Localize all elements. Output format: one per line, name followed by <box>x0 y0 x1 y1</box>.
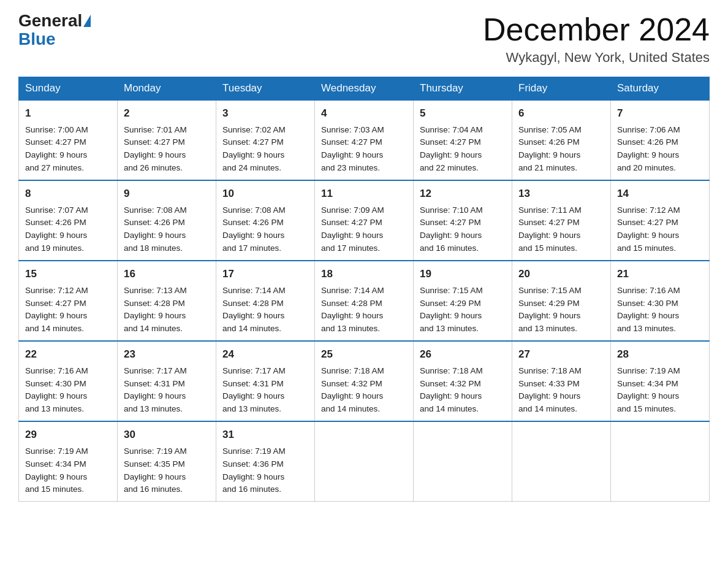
week-row-3: 15 Sunrise: 7:12 AMSunset: 4:27 PMDaylig… <box>19 261 710 341</box>
day-info: Sunrise: 7:16 AMSunset: 4:30 PMDaylight:… <box>617 286 680 334</box>
day-info: Sunrise: 7:17 AMSunset: 4:31 PMDaylight:… <box>124 366 187 414</box>
day-number: 17 <box>222 266 308 282</box>
calendar-cell: 5 Sunrise: 7:04 AMSunset: 4:27 PMDayligh… <box>414 100 512 180</box>
calendar-cell: 30 Sunrise: 7:19 AMSunset: 4:35 PMDaylig… <box>118 421 216 502</box>
week-row-1: 1 Sunrise: 7:00 AMSunset: 4:27 PMDayligh… <box>19 100 710 180</box>
day-info: Sunrise: 7:19 AMSunset: 4:34 PMDaylight:… <box>25 446 88 494</box>
calendar-cell: 24 Sunrise: 7:17 AMSunset: 4:31 PMDaylig… <box>216 341 315 421</box>
day-number: 28 <box>617 347 703 362</box>
col-header-sunday: Sunday <box>19 77 118 101</box>
day-number: 4 <box>321 105 407 121</box>
day-number: 18 <box>321 266 407 282</box>
day-number: 20 <box>518 266 604 282</box>
day-info: Sunrise: 7:07 AMSunset: 4:26 PMDaylight:… <box>25 205 88 253</box>
day-info: Sunrise: 7:14 AMSunset: 4:28 PMDaylight:… <box>321 286 384 334</box>
calendar-cell: 20 Sunrise: 7:15 AMSunset: 4:29 PMDaylig… <box>512 261 611 341</box>
day-info: Sunrise: 7:18 AMSunset: 4:33 PMDaylight:… <box>518 366 582 414</box>
calendar-cell: 8 Sunrise: 7:07 AMSunset: 4:26 PMDayligh… <box>19 180 118 261</box>
calendar-cell <box>611 421 710 502</box>
col-header-saturday: Saturday <box>611 77 710 101</box>
day-number: 14 <box>617 186 703 202</box>
day-number: 21 <box>617 266 703 282</box>
day-info: Sunrise: 7:04 AMSunset: 4:27 PMDaylight:… <box>420 125 483 173</box>
calendar-cell: 25 Sunrise: 7:18 AMSunset: 4:32 PMDaylig… <box>315 341 414 421</box>
location: Wykagyl, New York, United States <box>483 50 710 66</box>
day-number: 29 <box>25 427 111 443</box>
day-number: 13 <box>518 186 604 202</box>
day-info: Sunrise: 7:03 AMSunset: 4:27 PMDaylight:… <box>321 125 384 173</box>
day-info: Sunrise: 7:17 AMSunset: 4:31 PMDaylight:… <box>222 366 286 414</box>
calendar-cell: 9 Sunrise: 7:08 AMSunset: 4:26 PMDayligh… <box>118 180 216 261</box>
day-info: Sunrise: 7:10 AMSunset: 4:27 PMDaylight:… <box>420 205 483 253</box>
logo-triangle-icon <box>83 15 91 27</box>
day-number: 24 <box>222 347 308 362</box>
day-info: Sunrise: 7:08 AMSunset: 4:26 PMDaylight:… <box>222 205 286 253</box>
day-number: 6 <box>518 105 604 121</box>
day-info: Sunrise: 7:09 AMSunset: 4:27 PMDaylight:… <box>321 205 384 253</box>
page-header: General Blue December 2024 Wykagyl, New … <box>18 12 710 66</box>
calendar-cell: 6 Sunrise: 7:05 AMSunset: 4:26 PMDayligh… <box>512 100 611 180</box>
day-info: Sunrise: 7:11 AMSunset: 4:27 PMDaylight:… <box>518 205 582 253</box>
calendar-cell: 15 Sunrise: 7:12 AMSunset: 4:27 PMDaylig… <box>19 261 118 341</box>
title-block: December 2024 Wykagyl, New York, United … <box>483 12 710 66</box>
calendar-cell: 21 Sunrise: 7:16 AMSunset: 4:30 PMDaylig… <box>611 261 710 341</box>
col-header-thursday: Thursday <box>414 77 512 101</box>
logo-general-text: General <box>18 12 82 29</box>
calendar-cell: 10 Sunrise: 7:08 AMSunset: 4:26 PMDaylig… <box>216 180 315 261</box>
calendar-cell: 19 Sunrise: 7:15 AMSunset: 4:29 PMDaylig… <box>414 261 512 341</box>
calendar-cell: 2 Sunrise: 7:01 AMSunset: 4:27 PMDayligh… <box>118 100 216 180</box>
day-info: Sunrise: 7:18 AMSunset: 4:32 PMDaylight:… <box>321 366 384 414</box>
calendar-cell: 16 Sunrise: 7:13 AMSunset: 4:28 PMDaylig… <box>118 261 216 341</box>
calendar-cell: 4 Sunrise: 7:03 AMSunset: 4:27 PMDayligh… <box>315 100 414 180</box>
day-info: Sunrise: 7:08 AMSunset: 4:26 PMDaylight:… <box>124 205 187 253</box>
day-number: 19 <box>420 266 506 282</box>
day-number: 1 <box>25 105 111 121</box>
day-number: 8 <box>25 186 111 202</box>
day-number: 30 <box>124 427 210 443</box>
week-row-4: 22 Sunrise: 7:16 AMSunset: 4:30 PMDaylig… <box>19 341 710 421</box>
logo-blue-text: Blue <box>18 29 56 48</box>
day-number: 10 <box>222 186 308 202</box>
month-title: December 2024 <box>483 12 710 47</box>
logo: General Blue <box>18 12 92 49</box>
calendar-cell: 11 Sunrise: 7:09 AMSunset: 4:27 PMDaylig… <box>315 180 414 261</box>
day-info: Sunrise: 7:15 AMSunset: 4:29 PMDaylight:… <box>518 286 582 334</box>
calendar-cell: 7 Sunrise: 7:06 AMSunset: 4:26 PMDayligh… <box>611 100 710 180</box>
calendar-cell: 22 Sunrise: 7:16 AMSunset: 4:30 PMDaylig… <box>19 341 118 421</box>
calendar-table: SundayMondayTuesdayWednesdayThursdayFrid… <box>18 77 710 502</box>
col-header-monday: Monday <box>118 77 216 101</box>
day-number: 16 <box>124 266 210 282</box>
calendar-cell <box>315 421 414 502</box>
calendar-cell <box>512 421 611 502</box>
day-info: Sunrise: 7:15 AMSunset: 4:29 PMDaylight:… <box>420 286 483 334</box>
col-header-wednesday: Wednesday <box>315 77 414 101</box>
day-number: 2 <box>124 105 210 121</box>
calendar-cell: 12 Sunrise: 7:10 AMSunset: 4:27 PMDaylig… <box>414 180 512 261</box>
calendar-cell: 13 Sunrise: 7:11 AMSunset: 4:27 PMDaylig… <box>512 180 611 261</box>
day-number: 31 <box>222 427 308 443</box>
calendar-cell: 1 Sunrise: 7:00 AMSunset: 4:27 PMDayligh… <box>19 100 118 180</box>
calendar-cell: 27 Sunrise: 7:18 AMSunset: 4:33 PMDaylig… <box>512 341 611 421</box>
day-info: Sunrise: 7:00 AMSunset: 4:27 PMDaylight:… <box>25 125 88 173</box>
week-row-5: 29 Sunrise: 7:19 AMSunset: 4:34 PMDaylig… <box>19 421 710 502</box>
day-info: Sunrise: 7:12 AMSunset: 4:27 PMDaylight:… <box>617 205 680 253</box>
calendar-cell: 29 Sunrise: 7:19 AMSunset: 4:34 PMDaylig… <box>19 421 118 502</box>
calendar-cell: 3 Sunrise: 7:02 AMSunset: 4:27 PMDayligh… <box>216 100 315 180</box>
calendar-header-row: SundayMondayTuesdayWednesdayThursdayFrid… <box>19 77 710 101</box>
day-info: Sunrise: 7:12 AMSunset: 4:27 PMDaylight:… <box>25 286 88 334</box>
calendar-cell: 18 Sunrise: 7:14 AMSunset: 4:28 PMDaylig… <box>315 261 414 341</box>
calendar-cell <box>414 421 512 502</box>
day-info: Sunrise: 7:19 AMSunset: 4:35 PMDaylight:… <box>124 446 187 494</box>
day-info: Sunrise: 7:16 AMSunset: 4:30 PMDaylight:… <box>25 366 88 414</box>
day-info: Sunrise: 7:02 AMSunset: 4:27 PMDaylight:… <box>222 125 286 173</box>
day-number: 25 <box>321 347 407 362</box>
day-number: 23 <box>124 347 210 362</box>
day-info: Sunrise: 7:06 AMSunset: 4:26 PMDaylight:… <box>617 125 680 173</box>
col-header-tuesday: Tuesday <box>216 77 315 101</box>
week-row-2: 8 Sunrise: 7:07 AMSunset: 4:26 PMDayligh… <box>19 180 710 261</box>
day-number: 7 <box>617 105 703 121</box>
day-info: Sunrise: 7:14 AMSunset: 4:28 PMDaylight:… <box>222 286 286 334</box>
day-number: 26 <box>420 347 506 362</box>
calendar-cell: 26 Sunrise: 7:18 AMSunset: 4:32 PMDaylig… <box>414 341 512 421</box>
day-number: 15 <box>25 266 111 282</box>
